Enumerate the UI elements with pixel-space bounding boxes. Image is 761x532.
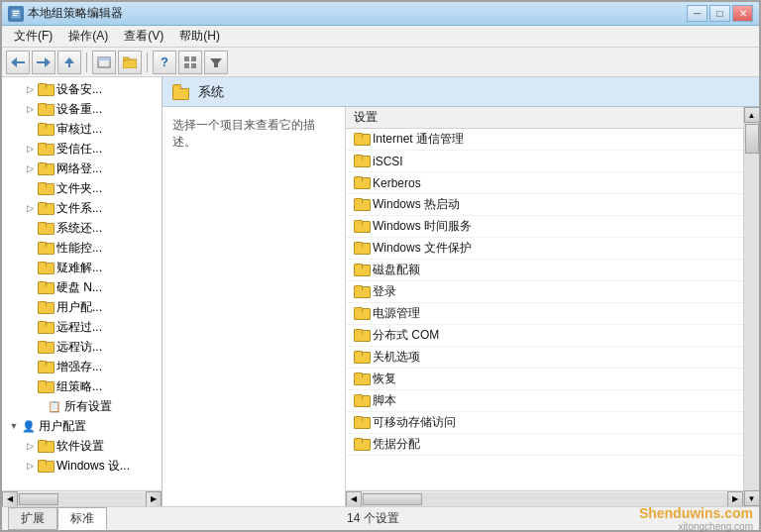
scroll-right-btn[interactable]: ▶ bbox=[146, 491, 162, 507]
item-folder-icon bbox=[354, 372, 370, 385]
svg-rect-2 bbox=[13, 13, 19, 14]
tree-item-yonghu1[interactable]: ▷ 用户配... bbox=[2, 297, 162, 317]
scroll-left-btn[interactable]: ◀ bbox=[2, 491, 18, 507]
scroll-left-btn-2[interactable]: ◀ bbox=[346, 491, 362, 507]
folder-icon bbox=[38, 361, 54, 373]
view-button[interactable] bbox=[92, 51, 116, 74]
tree-item-ruanjian[interactable]: ▷ 软件设置 bbox=[2, 436, 162, 456]
expand-icon: ▷ bbox=[22, 438, 38, 454]
description-text: 选择一个项目来查看它的描述。 bbox=[172, 118, 315, 149]
back-button[interactable] bbox=[6, 51, 30, 74]
grid-button[interactable] bbox=[178, 51, 202, 74]
expand-icon: ▷ bbox=[22, 458, 38, 474]
right-header: 系统 bbox=[163, 77, 759, 107]
scroll-thumb bbox=[745, 124, 759, 154]
h-scroll-thumb-2 bbox=[363, 493, 422, 505]
expand-icon: ▷ bbox=[22, 319, 38, 335]
settings-item-storage[interactable]: 可移动存储访问 bbox=[346, 412, 743, 434]
toolbar: ? bbox=[2, 48, 759, 77]
filter-button[interactable] bbox=[204, 51, 228, 74]
status-tabs: 扩展 标准 bbox=[8, 507, 107, 530]
scroll-right-btn-2[interactable]: ▶ bbox=[727, 491, 743, 507]
close-button[interactable]: ✕ bbox=[732, 5, 753, 22]
tree-item-windows[interactable]: ▷ Windows 设... bbox=[2, 456, 162, 476]
svg-rect-13 bbox=[184, 63, 189, 68]
tree-item-xingneng[interactable]: ▷ 性能控... bbox=[2, 238, 162, 258]
expand-icon: ▷ bbox=[22, 180, 38, 196]
tree-item-yuancheng2[interactable]: ▷ 远程访... bbox=[2, 337, 162, 357]
folder-icon bbox=[38, 123, 54, 136]
forward-button[interactable] bbox=[32, 51, 55, 74]
svg-marker-6 bbox=[64, 57, 74, 67]
settings-item-login[interactable]: 登录 bbox=[346, 281, 743, 303]
tree-item-yonghu-config[interactable]: ▼ 👤 用户配置 bbox=[2, 416, 162, 436]
item-folder-icon bbox=[354, 242, 370, 255]
settings-item-disk-quota[interactable]: 磁盘配额 bbox=[346, 260, 743, 281]
minimize-button[interactable]: ─ bbox=[687, 5, 707, 22]
settings-item-internet[interactable]: Internet 通信管理 bbox=[346, 129, 743, 151]
menu-view[interactable]: 查看(V) bbox=[116, 26, 171, 47]
svg-rect-8 bbox=[98, 57, 110, 60]
menu-action[interactable]: 操作(A) bbox=[60, 26, 116, 47]
tree-item-shenji[interactable]: ▷ 审核过... bbox=[2, 119, 162, 139]
settings-item-dcom[interactable]: 分布式 COM bbox=[346, 325, 743, 347]
expand-icon: ▷ bbox=[22, 339, 38, 355]
tree-item-yuancheng1[interactable]: ▷ 远程过... bbox=[2, 317, 162, 337]
tab-expand[interactable]: 扩展 bbox=[8, 507, 57, 530]
settings-item-windows-hot[interactable]: Windows 热启动 bbox=[346, 194, 743, 216]
tree-item-xinren[interactable]: ▷ 受信任... bbox=[2, 139, 162, 159]
settings-item-credential[interactable]: 凭据分配 bbox=[346, 434, 743, 456]
scroll-up-btn[interactable]: ▲ bbox=[744, 107, 760, 123]
item-folder-icon bbox=[354, 416, 370, 429]
settings-item-shutdown[interactable]: 关机选项 bbox=[346, 347, 743, 369]
h-scroll-track-2 bbox=[362, 492, 727, 506]
maximize-button[interactable]: □ bbox=[709, 5, 730, 22]
folder-icon bbox=[38, 262, 54, 274]
folder-button[interactable] bbox=[118, 51, 142, 74]
tree-item-suoyou[interactable]: ▷ 📋 所有设置 bbox=[2, 396, 162, 416]
tree-item-zengqiang[interactable]: ▷ 增强存... bbox=[2, 357, 162, 376]
tree-item-wenjian2[interactable]: ▷ 文件系... bbox=[2, 198, 162, 218]
expand-icon: ▷ bbox=[22, 81, 38, 97]
svg-rect-1 bbox=[13, 11, 19, 12]
tree-item-yinan[interactable]: ▷ 疑难解... bbox=[2, 258, 162, 277]
settings-item-iscsi[interactable]: iSCSI bbox=[346, 151, 743, 172]
settings-item-power[interactable]: 电源管理 bbox=[346, 303, 743, 325]
folder-icon bbox=[38, 460, 54, 473]
status-count: 14 个设置 bbox=[347, 510, 399, 527]
expand-icon: ▷ bbox=[22, 200, 38, 216]
settings-pane-wrapper: 设置 Internet 通信管理 iSCSI bbox=[346, 107, 759, 506]
settings-item-windows-time[interactable]: Windows 时间服务 bbox=[346, 216, 743, 238]
status-bar: 扩展 标准 14 个设置 Shenduwins.com xitongcheng.… bbox=[2, 506, 759, 530]
h-scroll-thumb bbox=[19, 493, 58, 505]
tree-item-shebei1[interactable]: ▷ 设备安... bbox=[2, 79, 162, 99]
watermark-line2: xitongcheng.com bbox=[678, 521, 753, 532]
description-pane: 选择一个项目来查看它的描述。 bbox=[163, 107, 346, 506]
folder-icon bbox=[38, 242, 54, 255]
tree-item-wangluo[interactable]: ▷ 网络登... bbox=[2, 159, 162, 178]
help-button[interactable]: ? bbox=[153, 51, 176, 74]
svg-rect-11 bbox=[184, 56, 189, 61]
tree-item-shebei2[interactable]: ▷ 设备重... bbox=[2, 99, 162, 119]
settings-item-script[interactable]: 脚本 bbox=[346, 390, 743, 412]
expand-icon: ▼ bbox=[6, 418, 22, 434]
menu-file[interactable]: 文件(F) bbox=[6, 26, 60, 47]
settings-item-windows-protect[interactable]: Windows 文件保护 bbox=[346, 238, 743, 260]
title-bar-left: 本地组策略编辑器 bbox=[8, 5, 123, 22]
tab-standard[interactable]: 标准 bbox=[57, 507, 107, 530]
scroll-down-btn[interactable]: ▼ bbox=[744, 490, 760, 506]
watermark-line1: Shenduwins.com bbox=[639, 505, 753, 521]
tree-item-zucelue[interactable]: ▷ 组策略... bbox=[2, 376, 162, 396]
scroll-track bbox=[744, 123, 760, 490]
settings-item-recovery[interactable]: 恢复 bbox=[346, 369, 743, 390]
menu-help[interactable]: 帮助(H) bbox=[171, 26, 228, 47]
svg-rect-14 bbox=[191, 63, 196, 68]
separator-2 bbox=[147, 53, 148, 72]
tree-item-yingpan[interactable]: ▷ 硬盘 N... bbox=[2, 277, 162, 297]
up-button[interactable] bbox=[57, 51, 81, 74]
tree-item-xitong[interactable]: ▷ 系统还... bbox=[2, 218, 162, 238]
item-folder-icon bbox=[354, 285, 370, 298]
tree-item-wenjian1[interactable]: ▷ 文件夹... bbox=[2, 178, 162, 198]
folder-icon bbox=[38, 103, 54, 116]
settings-item-kerberos[interactable]: Kerberos bbox=[346, 172, 743, 194]
